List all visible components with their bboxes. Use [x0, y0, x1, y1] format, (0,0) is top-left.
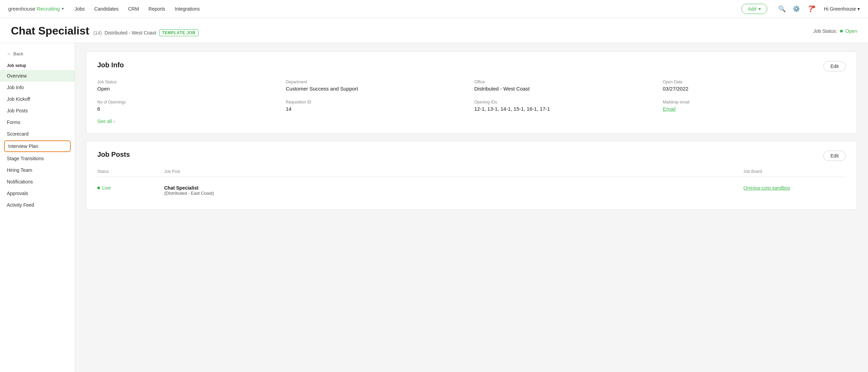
job-board-cell: Omniva-corp sandbox	[743, 185, 846, 191]
job-post-name-cell: Chat Specialist (Distributed - East Coas…	[164, 185, 738, 196]
sidebar-item-scorecard[interactable]: Scorecard	[0, 128, 75, 140]
nav-icons: 🔍 ⚙️ ❓ Hi Greenhouse ▾	[778, 5, 860, 13]
sidebar-item-notifications[interactable]: Notifications	[0, 176, 75, 188]
main-content: Job Info Edit Job Status Open Department…	[75, 43, 868, 372]
requisition-id-field-value: 14	[286, 106, 469, 112]
nav-integrations[interactable]: Integrations	[175, 6, 200, 12]
job-post-status: Live	[97, 185, 159, 191]
nav-candidates[interactable]: Candidates	[94, 6, 118, 12]
sidebar: ← Back Job setup Overview Job Info Job K…	[0, 43, 75, 372]
maildrop-field-label: Maildrop email	[663, 100, 846, 105]
opening-ids-field-label: Opening IDs	[474, 100, 657, 105]
status-dot-icon	[840, 30, 843, 32]
job-status-header: Job Status: Open	[813, 28, 857, 34]
page-location: Distributed - West Coast	[104, 30, 156, 36]
nav-jobs[interactable]: Jobs	[75, 6, 85, 12]
user-label: Hi Greenhouse	[824, 6, 856, 12]
job-post-sub: (Distributed - East Coast)	[164, 191, 738, 196]
sidebar-item-job-posts[interactable]: Job Posts	[0, 105, 75, 116]
job-info-card: Job Info Edit Job Status Open Department…	[86, 51, 857, 134]
page-meta: (14) Distributed - West Coast TEMPLATE J…	[93, 29, 198, 36]
maildrop-email-link[interactable]: Email	[663, 106, 846, 112]
no-openings-field-label: No of Openings	[97, 100, 280, 105]
job-posts-card: Job Posts Edit Status Job Post Job Board…	[86, 141, 857, 210]
col-status-label: Status	[97, 169, 159, 174]
sidebar-item-hiring-team[interactable]: Hiring Team	[0, 164, 75, 176]
main-layout: ← Back Job setup Overview Job Info Job K…	[0, 43, 868, 372]
open-date-field-label: Open Date	[663, 80, 846, 84]
user-chevron-icon: ▾	[857, 6, 860, 12]
job-posts-table-header: Status Job Post Job Board	[97, 169, 846, 177]
sidebar-item-stage-transitions[interactable]: Stage Transitions	[0, 153, 75, 164]
job-info-edit-button[interactable]: Edit	[823, 61, 846, 71]
add-button[interactable]: Add ▾	[741, 4, 767, 14]
sidebar-item-overview[interactable]: Overview	[0, 70, 75, 82]
sidebar-item-interview-plan[interactable]: Interview Plan	[4, 140, 71, 152]
department-field: Department Customer Success and Support	[286, 80, 469, 92]
department-field-value: Customer Success and Support	[286, 86, 469, 92]
page-header-left: Chat Specialist (14) Distributed - West …	[11, 25, 199, 37]
see-all-label: See all	[97, 119, 112, 124]
back-label: Back	[13, 51, 23, 56]
office-field: Office Distributed - West Coast	[474, 80, 657, 92]
no-openings-field-value: 6	[97, 106, 280, 112]
logo: greenhouse Recruiting ▾	[8, 6, 64, 12]
page-title: Chat Specialist	[11, 25, 89, 37]
see-all-link[interactable]: See all ›	[97, 119, 846, 124]
col-job-board-label: Job Board	[743, 169, 846, 174]
maildrop-field: Maildrop email Email	[663, 100, 846, 112]
job-board-link[interactable]: Omniva-corp sandbox	[743, 185, 790, 191]
live-dot-icon	[97, 187, 100, 189]
office-field-value: Distributed - West Coast	[474, 86, 657, 92]
requisition-id-field: Requisition ID 14	[286, 100, 469, 112]
help-button[interactable]: ❓	[807, 5, 817, 13]
office-field-label: Office	[474, 80, 657, 84]
nav-links: Jobs Candidates CRM Reports Integrations	[75, 6, 200, 12]
job-status-field-label: Job Status	[97, 80, 280, 84]
settings-button[interactable]: ⚙️	[793, 5, 800, 13]
page-header: Chat Specialist (14) Distributed - West …	[0, 18, 868, 43]
nav-crm[interactable]: CRM	[128, 6, 139, 12]
chevron-down-icon: ▾	[758, 6, 761, 12]
col-job-post-label: Job Post	[164, 169, 738, 174]
top-nav: greenhouse Recruiting ▾ Jobs Candidates …	[0, 0, 868, 18]
user-menu-button[interactable]: Hi Greenhouse ▾	[824, 6, 860, 12]
sidebar-section-label: Job setup	[0, 59, 75, 70]
job-posts-edit-button[interactable]: Edit	[823, 151, 846, 161]
no-openings-field: No of Openings 6	[97, 100, 280, 112]
job-info-title: Job Info	[97, 61, 124, 69]
job-status-label: Job Status:	[813, 28, 837, 34]
logo-greenhouse-text: greenhouse	[8, 6, 35, 12]
sidebar-item-job-kickoff[interactable]: Job Kickoff	[0, 93, 75, 105]
sidebar-item-activity-feed[interactable]: Activity Feed	[0, 199, 75, 211]
department-field-label: Department	[286, 80, 469, 84]
sidebar-item-forms[interactable]: Forms	[0, 116, 75, 128]
logo-recruiting-text: Recruiting	[37, 6, 60, 12]
sidebar-item-approvals[interactable]: Approvals	[0, 188, 75, 199]
back-arrow-icon: ←	[7, 51, 11, 56]
nav-reports[interactable]: Reports	[148, 6, 165, 12]
job-status-field-value: Open	[97, 86, 280, 92]
logo-dropdown-icon[interactable]: ▾	[62, 6, 64, 11]
requisition-id: (14)	[93, 30, 102, 36]
sidebar-item-job-info[interactable]: Job Info	[0, 82, 75, 93]
open-date-field-value: 03/27/2022	[663, 86, 846, 92]
chevron-right-icon: ›	[113, 119, 115, 124]
back-link[interactable]: ← Back	[0, 49, 75, 59]
opening-ids-field: Opening IDs 12-1, 13-1, 14-1, 15-1, 16-1…	[474, 100, 657, 112]
search-button[interactable]: 🔍	[778, 5, 786, 13]
template-badge: TEMPLATE JOB	[159, 29, 199, 36]
job-post-row: Live Chat Specialist (Distributed - East…	[97, 181, 846, 200]
job-posts-title: Job Posts	[97, 151, 130, 159]
job-posts-card-header: Job Posts Edit	[97, 151, 846, 161]
job-post-name: Chat Specialist	[164, 185, 738, 191]
job-info-card-header: Job Info Edit	[97, 61, 846, 71]
job-status-field: Job Status Open	[97, 80, 280, 92]
live-status-label: Live	[102, 185, 111, 191]
job-status-value: Open	[845, 28, 857, 34]
opening-ids-field-value: 12-1, 13-1, 14-1, 15-1, 16-1, 17-1	[474, 106, 657, 112]
open-date-field: Open Date 03/27/2022	[663, 80, 846, 92]
job-info-grid: Job Status Open Department Customer Succ…	[97, 80, 846, 112]
requisition-id-field-label: Requisition ID	[286, 100, 469, 105]
notification-dot	[812, 5, 815, 8]
